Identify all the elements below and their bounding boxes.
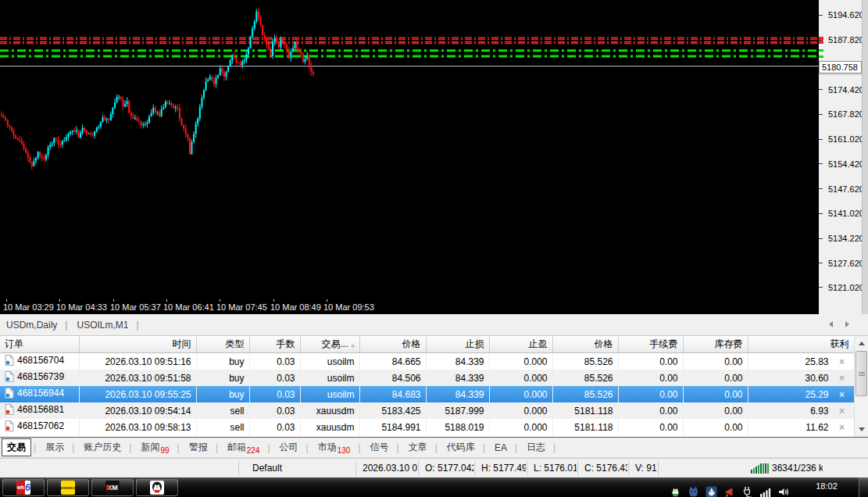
tab-scroll-right-icon[interactable] [845,321,849,327]
cell-current-price: 85.526 [552,353,618,370]
terminal-tab-日志[interactable]: 日志 [521,438,551,456]
order-number: 468157062 [17,420,64,431]
order-buy-icon [5,388,14,401]
taskbar-app-exness[interactable]: exness [47,479,89,496]
flame-tray-icon[interactable] [705,485,718,497]
col-lots[interactable]: 手数 [249,336,300,353]
cell-commission: 0.00 [618,419,683,435]
show-desktop-button[interactable] [859,477,868,497]
time-tick [6,299,7,302]
scroll-up-button[interactable] [855,337,868,350]
close-order-button[interactable]: × [835,373,849,384]
price-tick [819,163,823,164]
order-buy-icon [5,371,14,384]
xm-icon: XM [105,481,120,495]
tab-scroll-left-icon[interactable] [829,321,833,327]
qq-tray-icon[interactable] [670,485,682,497]
time-axis[interactable]: 10 Mar 03:2910 Mar 04:3310 Mar 05:3710 M… [0,299,819,314]
price-tick [819,139,823,140]
cell-time: 2026.03.10 09:54:14 [79,402,196,419]
cell-type: sell [196,419,249,435]
cell-symbol: usoilm [300,353,359,370]
tab-separator [397,442,399,453]
col-commission[interactable]: 手续费 [618,336,683,353]
price-chart[interactable] [0,0,819,299]
tab-label: 信号 [370,442,389,452]
cell-takeprofit: 0.000 [489,419,552,435]
cell-lots: 0.03 [249,353,300,370]
tab-label: 警报 [189,442,208,452]
status-datetime: 2026.03.10 06:25 [355,461,418,476]
terminal-tab-账户历史[interactable]: 账户历史 [78,438,127,456]
time-tick [113,299,114,302]
terminal-tab-展示[interactable]: 展示 [40,438,70,456]
col-symbol[interactable]: 交易...▵ [300,336,359,353]
profit-value: 30.60 [788,373,829,384]
price-tick [819,263,823,263]
signal-tray-icon[interactable] [759,485,772,497]
cell-takeprofit: 0.000 [489,402,552,419]
order-buy-icon [5,355,14,368]
price-axis-label: 5134.220 [828,234,864,243]
scrollbar-thumb[interactable] [855,351,867,396]
order-number: 468156881 [17,404,64,415]
terminal-tab-交易[interactable]: 交易 [2,438,31,456]
terminal-tab-警报[interactable]: 警报 [184,438,213,456]
chart-tab-usoilm-m1[interactable]: USOILm,M1 [72,318,133,332]
taskbar-app-xm[interactable]: XM [91,479,134,496]
terminal-tab-代码库[interactable]: 代码库 [441,438,480,456]
terminal-tab-邮箱[interactable]: 邮箱224 [222,438,266,456]
col-order[interactable]: 订单 [0,336,79,353]
plug-tray-icon[interactable] [741,485,754,497]
terminal-tab-公司[interactable]: 公司 [274,438,304,456]
trade-row[interactable]: 4681568812026.03.10 09:54:14sell0.03xauu… [0,402,854,419]
current-price-box: 5180.758 [819,61,862,73]
tab-label: 市场 [318,442,337,452]
terminal-tab-文章[interactable]: 文章 [403,438,433,456]
speaker-tray-icon[interactable] [777,485,790,497]
trade-row[interactable]: 4681570622026.03.10 09:58:13sell0.03xauu… [0,419,854,435]
close-order-button[interactable]: × [835,406,849,417]
cell-type: sell [196,402,249,419]
close-order-button[interactable]: × [835,422,849,433]
triangle-down-icon [859,427,865,431]
terminal-scrollbar[interactable] [854,336,868,437]
red-level-marker [819,42,823,44]
taskbar-app-qq[interactable] [136,479,178,496]
cell-type: buy [196,370,249,386]
terminal-tab-市场[interactable]: 市场130 [313,438,356,456]
col-stoploss[interactable]: 止损 [426,336,489,353]
terminal-tab-新闻[interactable]: 新闻99 [135,438,174,456]
status-blank-section [0,461,238,476]
close-order-button[interactable]: × [835,356,849,367]
terminal-tab-EA[interactable]: EA [489,440,513,456]
scroll-down-button[interactable] [855,423,868,436]
col-profit[interactable]: 获利 [748,336,854,353]
col-swap[interactable]: 库存费 [683,336,748,353]
status-right-pad [823,461,868,476]
taskbar-app-wh6[interactable]: wh6 [2,479,45,496]
col-takeprofit[interactable]: 止盈 [489,336,552,353]
cell-price: 84.665 [359,353,426,370]
qq-icon [150,481,164,495]
price-axis[interactable]: 5194.6205187.8205174.4205167.8205161.020… [819,0,862,314]
col-price[interactable]: 价格 [359,336,426,353]
trade-row[interactable]: 4681569442026.03.10 09:55:25buy0.03usoil… [0,386,854,402]
col-type[interactable]: 类型 [196,336,249,353]
cat-tray-icon[interactable] [688,485,700,497]
cell-profit: 25.29× [748,386,854,402]
terminal-tab-信号[interactable]: 信号 [365,438,395,456]
trade-row[interactable]: 4681567042026.03.10 09:51:16buy0.03usoil… [0,353,854,370]
chart-tab-usdm-daily[interactable]: USDm,Daily [2,318,62,332]
horn-tray-icon[interactable] [723,485,736,497]
trade-row[interactable]: 4681567392026.03.10 09:51:58buy0.03usoil… [0,370,854,386]
network-bars-icon [751,463,769,474]
taskbar-clock[interactable]: 18:02 ▪▪▪▪▪ [801,481,852,495]
cell-stoploss: 5187.999 [426,402,489,419]
close-order-button[interactable]: × [835,389,849,400]
price-axis-label: 5141.020 [828,209,864,218]
cell-time: 2026.03.10 09:51:58 [79,370,196,386]
col-time[interactable]: 时间 [79,336,196,353]
price-axis-label: 5147.620 [828,184,864,194]
col-current-price[interactable]: 价格 [552,336,618,353]
